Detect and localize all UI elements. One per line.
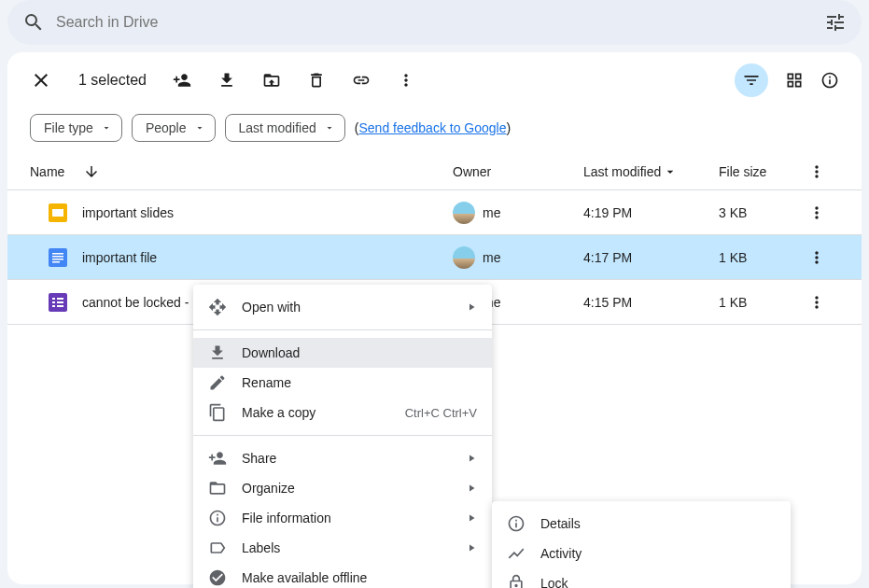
share-icon[interactable] (173, 71, 191, 90)
header-owner[interactable]: Owner (453, 164, 583, 179)
shortcut: Ctrl+C Ctrl+V (405, 406, 477, 420)
table-row[interactable]: important slides me 4:19 PM 3 KB (7, 190, 862, 235)
forms-icon (49, 293, 67, 312)
row-menu-icon[interactable] (807, 293, 826, 312)
modified-date: 4:19 PM (583, 205, 719, 220)
file-name: important file (82, 250, 157, 265)
divider (193, 435, 492, 436)
submenu-lock[interactable]: Lock (492, 568, 791, 588)
more-options-icon[interactable] (397, 71, 415, 90)
svg-rect-1 (52, 209, 63, 217)
svg-rect-12 (52, 305, 55, 307)
table-header: Name Owner Last modified File size (7, 153, 862, 190)
chip-file-type[interactable]: File type (30, 114, 122, 142)
delete-icon[interactable] (307, 71, 326, 90)
search-icon[interactable] (22, 11, 45, 34)
chip-label: People (146, 120, 187, 135)
chip-label: Last modified (239, 120, 316, 135)
menu-offline[interactable]: Make available offline (193, 563, 492, 588)
file-size: 1 KB (719, 295, 807, 310)
svg-rect-4 (52, 256, 63, 258)
filter-chips: File type People Last modified (Send fee… (7, 108, 862, 153)
file-info-submenu: Details Activity Lock (492, 501, 791, 588)
chip-last-modified[interactable]: Last modified (225, 114, 345, 142)
close-selection-icon[interactable] (30, 69, 52, 91)
menu-rename[interactable]: Rename (193, 368, 492, 398)
file-size: 1 KB (719, 250, 807, 265)
header-modified[interactable]: Last modified (583, 164, 719, 179)
svg-rect-10 (52, 301, 55, 303)
menu-file-info[interactable]: File information (193, 503, 492, 533)
menu-make-copy[interactable]: Make a copy Ctrl+C Ctrl+V (193, 398, 492, 427)
download-icon[interactable] (217, 71, 236, 90)
chevron-right-icon (466, 301, 477, 313)
grid-view-icon[interactable] (785, 71, 804, 90)
submenu-activity[interactable]: Activity (492, 539, 791, 568)
chevron-right-icon (466, 483, 477, 494)
filter-active-icon[interactable] (735, 63, 768, 97)
caret-down-icon (194, 122, 205, 133)
modified-date: 4:15 PM (583, 295, 719, 310)
context-menu: Open with Download Rename Make a copy Ct… (193, 285, 492, 588)
modified-date: 4:17 PM (583, 250, 719, 265)
info-icon[interactable] (820, 71, 839, 90)
row-menu-icon[interactable] (807, 248, 826, 267)
selected-count: 1 selected (78, 72, 147, 89)
rename-icon (208, 373, 227, 392)
file-name: important slides (82, 205, 174, 220)
menu-share[interactable]: Share (193, 443, 492, 473)
menu-open-with[interactable]: Open with (193, 292, 492, 322)
caret-down-icon (663, 164, 678, 179)
header-size[interactable]: File size (719, 164, 807, 179)
search-bar (7, 0, 862, 45)
feedback-wrap: (Send feedback to Google) (355, 120, 511, 135)
folder-icon (208, 479, 227, 497)
share-icon (208, 449, 227, 468)
owner-label: me (483, 250, 500, 265)
caret-down-icon (324, 122, 335, 133)
copy-icon (208, 403, 227, 422)
link-icon[interactable] (352, 71, 371, 90)
avatar (453, 246, 475, 269)
toolbar-right (735, 63, 839, 97)
svg-rect-3 (52, 253, 63, 255)
svg-rect-8 (52, 298, 55, 300)
svg-rect-2 (49, 248, 67, 267)
owner-label: me (483, 205, 500, 220)
submenu-details[interactable]: Details (492, 509, 791, 539)
chevron-right-icon (466, 512, 477, 524)
docs-icon (49, 248, 67, 267)
feedback-link[interactable]: Send feedback to Google (358, 120, 506, 135)
caret-down-icon (101, 122, 112, 133)
toolbar-left: 1 selected (30, 69, 415, 91)
divider (193, 329, 492, 330)
search-options-icon[interactable] (817, 4, 854, 41)
menu-organize[interactable]: Organize (193, 473, 492, 503)
menu-download[interactable]: Download (193, 338, 492, 368)
menu-labels[interactable]: Labels (193, 533, 492, 563)
open-with-icon (208, 298, 227, 316)
table-row[interactable]: important file me 4:17 PM 1 KB (7, 235, 862, 280)
activity-icon (507, 544, 526, 563)
svg-rect-5 (52, 259, 63, 260)
info-icon (507, 514, 526, 533)
info-icon (208, 509, 227, 527)
download-icon (208, 343, 227, 362)
file-size: 3 KB (719, 205, 807, 220)
chip-people[interactable]: People (132, 114, 216, 142)
svg-rect-13 (57, 305, 63, 307)
sort-arrow-down-icon (83, 163, 100, 180)
move-icon[interactable] (262, 71, 281, 90)
lock-icon (507, 574, 526, 588)
header-name[interactable]: Name (30, 163, 453, 180)
row-menu-icon[interactable] (807, 203, 826, 222)
avatar (453, 202, 475, 224)
svg-rect-11 (57, 301, 63, 303)
search-input[interactable] (45, 14, 817, 31)
label-icon (208, 539, 227, 557)
chevron-right-icon (466, 542, 477, 553)
chevron-right-icon (466, 453, 477, 464)
slides-icon (49, 203, 67, 222)
header-menu[interactable] (807, 162, 826, 181)
offline-icon (208, 568, 227, 587)
